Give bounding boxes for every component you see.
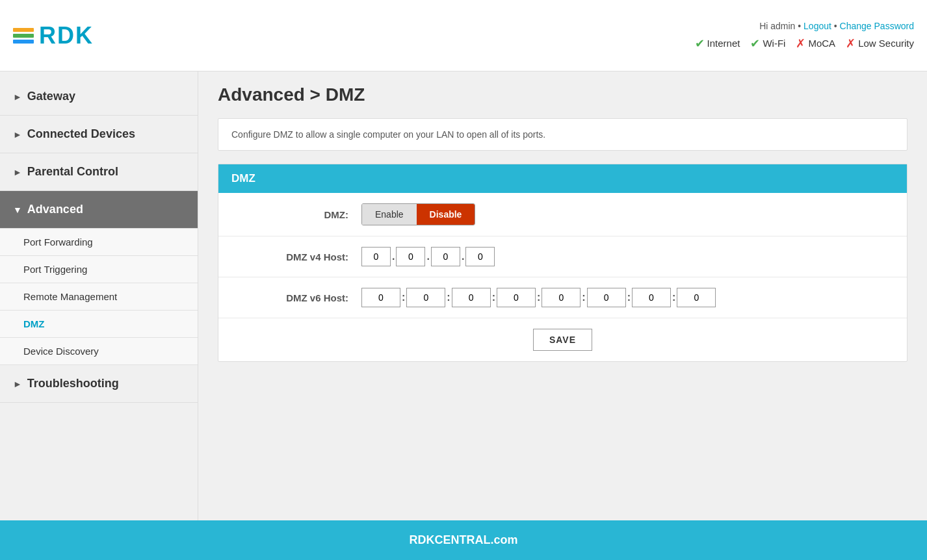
ipv4-dot-1: .	[391, 251, 396, 262]
logo-bar-green	[13, 34, 34, 38]
dmz-label-sidebar: DMZ	[23, 318, 45, 329]
logo-area: RDK	[13, 22, 94, 49]
device-discovery-label: Device Discovery	[23, 346, 99, 357]
header-user: Hi admin • Logout • Change Password	[695, 21, 914, 31]
sidebar-subitem-dmz[interactable]: DMZ	[0, 311, 198, 338]
sidebar-item-advanced-label: Advanced	[27, 203, 83, 216]
internet-label: Internet	[707, 38, 740, 49]
footer-text: RDKCENTRAL.com	[409, 533, 517, 546]
ipv6-seg-3[interactable]	[452, 288, 491, 307]
ipv4-octet-1[interactable]	[361, 247, 391, 266]
dmz-card-header: DMZ	[218, 164, 907, 193]
ipv6-seg-5[interactable]	[542, 288, 581, 307]
port-triggering-label: Port Triggering	[23, 264, 87, 275]
ipv6-colon-6: :	[626, 292, 632, 303]
advanced-arrow-icon: ▼	[13, 205, 22, 215]
header: RDK Hi admin • Logout • Change Password …	[0, 0, 927, 71]
dmz-v6-input: : : : : : : :	[361, 288, 716, 307]
dmz-disable-button[interactable]: Disable	[417, 204, 475, 225]
ipv6-seg-1[interactable]	[361, 288, 400, 307]
sidebar-submenu-advanced: Port Forwarding Port Triggering Remote M…	[0, 229, 198, 365]
main-layout: ► Gateway ► Connected Devices ► Parental…	[0, 71, 927, 520]
sidebar-item-gateway[interactable]: ► Gateway	[0, 78, 198, 116]
footer: RDKCENTRAL.com	[0, 520, 927, 560]
sidebar-item-parental-control-label: Parental Control	[27, 165, 118, 179]
dmz-v4-row: DMZ v4 Host: . . .	[218, 236, 907, 277]
ipv6-colon-7: :	[671, 292, 677, 303]
dmz-v6-label: DMZ v6 Host:	[231, 292, 348, 303]
security-label: Low Security	[858, 38, 914, 49]
status-wifi: ✔ Wi-Fi	[750, 36, 785, 51]
sidebar-item-connected-devices[interactable]: ► Connected Devices	[0, 116, 198, 153]
wifi-icon: ✔	[750, 36, 760, 51]
sidebar-subitem-port-triggering[interactable]: Port Triggering	[0, 256, 198, 283]
status-moca: ✗ MoCA	[796, 36, 835, 51]
sidebar-subitem-remote-management[interactable]: Remote Management	[0, 283, 198, 311]
ipv6-colon-2: :	[445, 292, 451, 303]
save-button[interactable]: SAVE	[533, 329, 592, 351]
dmz-toggle-row: DMZ: Enable Disable	[218, 193, 907, 236]
internet-icon: ✔	[695, 36, 705, 51]
connected-devices-arrow-icon: ►	[13, 129, 22, 140]
gateway-arrow-icon: ►	[13, 92, 22, 102]
user-greeting: Hi admin	[759, 21, 795, 31]
moca-icon: ✗	[796, 36, 805, 51]
description-text: Configure DMZ to allow a single computer…	[231, 129, 545, 140]
port-forwarding-label: Port Forwarding	[23, 236, 93, 248]
parental-control-arrow-icon: ►	[13, 167, 22, 177]
separator1: •	[798, 21, 803, 31]
ipv6-seg-4[interactable]	[497, 288, 536, 307]
sidebar-item-connected-devices-label: Connected Devices	[27, 127, 135, 141]
dmz-card-body: DMZ: Enable Disable DMZ v4 Host: .	[218, 193, 907, 361]
dmz-v4-label: DMZ v4 Host:	[231, 251, 348, 262]
logout-link[interactable]: Logout	[803, 21, 831, 31]
dmz-toggle-label: DMZ:	[231, 209, 348, 220]
dmz-toggle-controls: Enable Disable	[361, 203, 475, 225]
ipv6-colon-4: :	[536, 292, 542, 303]
sidebar-item-troubleshooting[interactable]: ► Troubleshooting	[0, 365, 198, 403]
ipv4-octet-4[interactable]	[465, 247, 495, 266]
sidebar-subitem-device-discovery[interactable]: Device Discovery	[0, 338, 198, 365]
content-area: Advanced > DMZ Configure DMZ to allow a …	[198, 71, 927, 520]
header-status: ✔ Internet ✔ Wi-Fi ✗ MoCA ✗ Low Security	[695, 36, 914, 51]
dmz-section-title: DMZ	[231, 172, 255, 185]
ipv6-colon-5: :	[581, 292, 586, 303]
troubleshooting-arrow-icon: ►	[13, 379, 22, 389]
change-password-link[interactable]: Change Password	[840, 21, 914, 31]
ipv6-seg-2[interactable]	[406, 288, 445, 307]
ipv4-dot-2: .	[425, 251, 430, 262]
dmz-toggle-group: Enable Disable	[361, 203, 475, 225]
status-internet: ✔ Internet	[695, 36, 740, 51]
logo-bar-blue	[13, 40, 34, 44]
separator2: •	[834, 21, 840, 31]
ipv6-seg-7[interactable]	[632, 288, 671, 307]
status-security: ✗ Low Security	[846, 36, 914, 51]
ipv6-colon-3: :	[491, 292, 497, 303]
page-title: Advanced > DMZ	[218, 84, 907, 105]
header-right: Hi admin • Logout • Change Password ✔ In…	[695, 21, 914, 51]
dmz-card: DMZ DMZ: Enable Disable DMZ v4 Host:	[218, 164, 907, 362]
sidebar-item-parental-control[interactable]: ► Parental Control	[0, 153, 198, 191]
ipv4-octet-2[interactable]	[396, 247, 425, 266]
security-icon: ✗	[846, 36, 855, 51]
ipv6-colon-1: :	[400, 292, 406, 303]
dmz-v4-input: . . .	[361, 247, 495, 266]
ipv6-seg-8[interactable]	[677, 288, 716, 307]
logo-bar-orange	[13, 28, 34, 32]
remote-management-label: Remote Management	[23, 291, 117, 302]
save-row: SAVE	[218, 318, 907, 361]
sidebar-item-advanced[interactable]: ▼ Advanced	[0, 191, 198, 229]
sidebar-subitem-port-forwarding[interactable]: Port Forwarding	[0, 229, 198, 256]
ipv6-seg-6[interactable]	[587, 288, 626, 307]
logo-icon	[13, 28, 34, 44]
ipv4-octet-3[interactable]	[431, 247, 460, 266]
description-box: Configure DMZ to allow a single computer…	[218, 118, 907, 151]
wifi-label: Wi-Fi	[763, 38, 785, 49]
moca-label: MoCA	[808, 38, 835, 49]
sidebar: ► Gateway ► Connected Devices ► Parental…	[0, 71, 198, 520]
dmz-enable-button[interactable]: Enable	[362, 204, 417, 225]
sidebar-item-gateway-label: Gateway	[27, 90, 75, 103]
dmz-v6-row: DMZ v6 Host: : : : : : :	[218, 277, 907, 318]
sidebar-item-troubleshooting-label: Troubleshooting	[27, 377, 119, 390]
logo-text: RDK	[39, 22, 94, 49]
